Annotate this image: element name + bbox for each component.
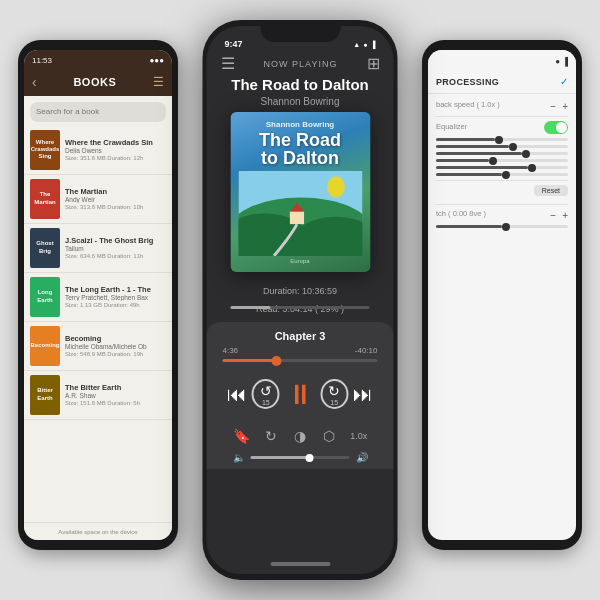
eq-slider-row-2: [436, 152, 568, 155]
cover-title-line1: The Road to Dalton: [238, 131, 362, 167]
display-button[interactable]: ◑: [288, 424, 312, 448]
repeat-button[interactable]: ↻: [259, 424, 283, 448]
chapter-panel: Chapter 3 4:36 -40:10 ⏮ ↺ 15: [207, 322, 394, 469]
menu-icon[interactable]: ☰: [221, 54, 235, 73]
right-content: back speed ( 1.0x ) − + Equalizer: [428, 94, 576, 238]
pitch-plus[interactable]: +: [562, 210, 568, 221]
eq-slider-row-5: [436, 173, 568, 176]
divider-1: [436, 116, 568, 117]
volume-row: 🔈 🔊: [223, 452, 378, 463]
center-screen: 9:47 ▲ ● ▐ ☰ NOW PLAYING ⊞ The Road to D…: [207, 26, 394, 574]
bookmark-button[interactable]: 🔖: [229, 424, 253, 448]
airplay-button[interactable]: ⬡: [317, 424, 341, 448]
list-item[interactable]: Long Earth The Long Earth - 1 - The Terr…: [24, 273, 172, 322]
pitch-minus[interactable]: −: [550, 210, 556, 221]
skip-back-arrow: ↺: [260, 383, 272, 399]
fast-fwd-button[interactable]: ⏭: [348, 378, 377, 410]
pause-button[interactable]: ⏸: [280, 372, 320, 416]
speed-minus[interactable]: −: [550, 101, 556, 112]
volume-low-icon: 🔈: [233, 452, 245, 463]
eq-slider-3[interactable]: [436, 159, 568, 162]
list-item[interactable]: Where Crawdads Sing Where the Crawdads S…: [24, 126, 172, 175]
phone-left: 11:53 ●●● ‹ BOOKS ☰ Where Crawdads Sing …: [18, 40, 178, 550]
skip-fwd-seconds: 15: [330, 399, 338, 406]
book-title: The Road to Dalton: [221, 76, 380, 94]
eq-fill-3: [436, 159, 489, 162]
list-item[interactable]: Ghost Brig J.Scalzi - The Ghost Brig Tal…: [24, 224, 172, 273]
left-time: 11:53: [32, 56, 52, 65]
notch: [260, 20, 340, 42]
left-header: ‹ BOOKS ☰: [24, 70, 172, 96]
right-status-bar: ● ▐: [428, 50, 576, 72]
left-title: BOOKS: [73, 76, 116, 88]
book-author: Shannon Bowring: [221, 96, 380, 107]
center-nav: ☰ NOW PLAYING ⊞: [221, 54, 380, 73]
eq-fill-5: [436, 173, 502, 176]
eq-toggle[interactable]: [544, 121, 568, 134]
skip-back-seconds: 15: [262, 399, 270, 406]
left-status-bar: 11:53 ●●●: [24, 50, 172, 70]
eq-label: Equalizer: [436, 122, 467, 131]
list-item[interactable]: The Martian The Martian Andy Weir Size: …: [24, 175, 172, 224]
cover-publisher: Europa: [238, 258, 362, 264]
eq-slider-5[interactable]: [436, 173, 568, 176]
check-icon[interactable]: ✓: [560, 76, 568, 87]
speed-plus[interactable]: +: [562, 101, 568, 112]
volume-fill: [251, 456, 310, 459]
center-title-block: The Road to Dalton Shannon Bowring: [221, 76, 380, 107]
right-title: PROCESSING: [436, 77, 499, 87]
signal-icon: ▲: [353, 41, 360, 48]
eq-slider-4[interactable]: [436, 166, 568, 169]
eq-slider-0[interactable]: [436, 138, 568, 141]
pitch-label: tch ( 0.00 8ve ): [436, 209, 486, 218]
list-item[interactable]: Bitter Earth The Bitter Earth A.R. Shaw …: [24, 371, 172, 420]
chapter-slider-thumb: [272, 356, 282, 366]
svg-point-1: [327, 176, 345, 197]
rewind-button[interactable]: ⏮: [223, 378, 252, 410]
library-icon[interactable]: ⊞: [367, 54, 380, 73]
pitch-slider-row: [436, 225, 568, 228]
left-battery: ●●●: [150, 56, 165, 65]
center-time: 9:47: [225, 39, 243, 49]
overall-progress-bar: [231, 306, 370, 309]
cover-author-text: Shannon Bowring: [238, 120, 362, 129]
left-menu-icon[interactable]: ☰: [153, 75, 164, 89]
display-icon: ◑: [294, 428, 306, 444]
eq-slider-row-3: [436, 159, 568, 162]
eq-slider-2[interactable]: [436, 152, 568, 155]
right-icons: ● ▐: [555, 57, 568, 66]
eq-thumb-4: [528, 164, 536, 172]
pitch-slider-track[interactable]: [436, 225, 568, 228]
pause-icon: ⏸: [286, 378, 314, 411]
eq-fill-0: [436, 138, 495, 141]
eq-slider-row-4: [436, 166, 568, 169]
cover-scene: [238, 171, 362, 256]
chapter-progress-slider[interactable]: [223, 359, 378, 362]
duration-label: Duration:: [263, 286, 302, 296]
eq-slider-1[interactable]: [436, 145, 568, 148]
time-remaining: -40:10: [355, 346, 378, 355]
eq-sliders: [436, 138, 568, 176]
pitch-slider-thumb: [502, 223, 510, 231]
volume-high-icon: 🔊: [356, 452, 368, 463]
home-indicator[interactable]: [270, 562, 330, 566]
chapter-title: Chapter 3: [223, 330, 378, 342]
list-item[interactable]: Becoming Becoming Michelle Obama/Michele…: [24, 322, 172, 371]
speed-label: back speed ( 1.0x ): [436, 100, 500, 109]
eq-fill-2: [436, 152, 522, 155]
skip-back-button[interactable]: ↺ 15: [252, 379, 280, 409]
eq-thumb-3: [489, 157, 497, 165]
wifi-icon: ●: [363, 41, 367, 48]
volume-slider[interactable]: [251, 456, 350, 459]
speed-button[interactable]: 1.0x: [347, 424, 371, 448]
right-header: PROCESSING ✓: [428, 72, 576, 94]
pitch-slider-fill: [436, 225, 502, 228]
phone-right: ● ▐ PROCESSING ✓ back speed ( 1.0x ) − +: [422, 40, 582, 550]
volume-thumb: [306, 454, 314, 462]
search-input[interactable]: [30, 102, 166, 122]
skip-fwd-button[interactable]: ↻ 15: [320, 379, 348, 409]
bottom-controls: 🔖 ↻ ◑ ⬡ 1.0x: [223, 422, 378, 450]
time-elapsed: 4:36: [223, 346, 239, 355]
back-icon[interactable]: ‹: [32, 74, 37, 90]
reset-button[interactable]: Reset: [534, 185, 568, 196]
